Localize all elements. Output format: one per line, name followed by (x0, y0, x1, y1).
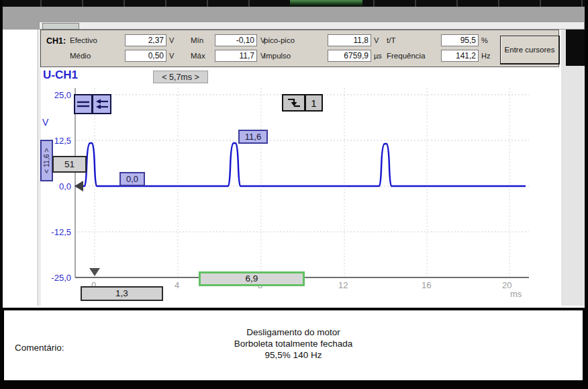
value-tt: 95,5 (441, 34, 479, 46)
unit-pico-pico: V (374, 36, 379, 44)
channel-position-icon[interactable] (74, 94, 93, 114)
comment-line-1: Desligamento do motor (4, 327, 583, 338)
entre-cursores-button[interactable]: Entre cursores (500, 36, 560, 64)
value-frequencia: 141,2 (441, 50, 479, 62)
value-impulso: 6759,9 (328, 50, 371, 62)
cursor-b-box[interactable]: 6,9 (199, 271, 305, 286)
comment-line-3: 95,5% 140 Hz (4, 349, 583, 361)
oscilloscope-chart: U-CH1 < 5,7ms > 25,0 12,5 0,0 -12,5 -25,… (40, 67, 559, 306)
unit-impulso: µs (374, 52, 382, 60)
time-marker-icon[interactable] (89, 268, 100, 276)
trigger-source-label[interactable]: 1 (305, 94, 323, 112)
unit-frequencia: Hz (481, 52, 490, 60)
value-max: 11,7 (215, 50, 257, 62)
xtick-12: 12 (338, 280, 348, 290)
right-dark-patch (566, 30, 585, 66)
trigger-controls[interactable]: 1 (282, 94, 323, 112)
value-pico-pico: 11,8 (328, 34, 371, 46)
ytick-0: 0,0 (40, 181, 71, 191)
value-efectivo: 2,37 (125, 34, 166, 46)
unit-efectivo: V (169, 36, 174, 44)
unit-tt: % (481, 36, 488, 44)
window-bottom-border (0, 382, 588, 389)
peak-value-tag[interactable]: 11,6 (238, 130, 268, 144)
left-readout-box[interactable]: 51 (52, 156, 87, 173)
measurement-panel: CH1: Efectivo 2,37 V Mín -0,10 V pico-pi… (40, 30, 559, 67)
comment-line-2: Borboleta totalmente fechada (4, 338, 583, 349)
label-efectivo: Efectivo (70, 36, 97, 44)
label-medio: Médio (70, 52, 91, 60)
baseline-value-tag[interactable]: 0,0 (119, 172, 145, 186)
value-medio: 0,50 (125, 50, 166, 62)
ytick-n25: -25,0 (40, 273, 71, 283)
label-min: Mín (191, 36, 203, 44)
y-axis-unit: V (42, 117, 48, 128)
window-left-border (0, 0, 3, 389)
baseline-arrow-icon[interactable] (75, 181, 83, 191)
label-pico-pico: pico-pico (264, 36, 295, 44)
ytick-25: 25,0 (40, 90, 71, 100)
label-frequencia: Frequência (387, 52, 426, 60)
window-right-border (585, 0, 588, 389)
shift-left-icon[interactable] (93, 94, 111, 114)
channel-control-icons[interactable] (74, 94, 111, 114)
label-max: Máx (191, 52, 205, 60)
level-marker-handle[interactable]: < 11,6 > (40, 140, 53, 181)
ytick-n12-5: -12,5 (40, 227, 71, 237)
right-margin-strip (561, 30, 585, 306)
xtick-16: 16 (422, 280, 431, 290)
channel-label: CH1: (46, 36, 66, 46)
horizontal-scrollbar[interactable] (39, 21, 585, 30)
label-tt: t/T (387, 36, 395, 44)
x-axis-unit: ms (510, 289, 522, 299)
label-impulso: Impulso (264, 52, 291, 60)
unit-medio: V (169, 52, 174, 60)
value-min: -0,10 (215, 34, 257, 46)
top-strip-active-segment (290, 0, 362, 7)
xtick-4: 4 (175, 280, 179, 290)
comment-section: Comentário: Desligamento do motor Borbol… (1, 308, 585, 383)
cursor-a-box[interactable]: 1,3 (81, 286, 163, 301)
scrollbar-thumb[interactable] (42, 23, 79, 30)
comment-text: Desligamento do motor Borboleta totalmen… (4, 327, 583, 361)
trigger-falling-edge-icon[interactable] (282, 94, 305, 112)
